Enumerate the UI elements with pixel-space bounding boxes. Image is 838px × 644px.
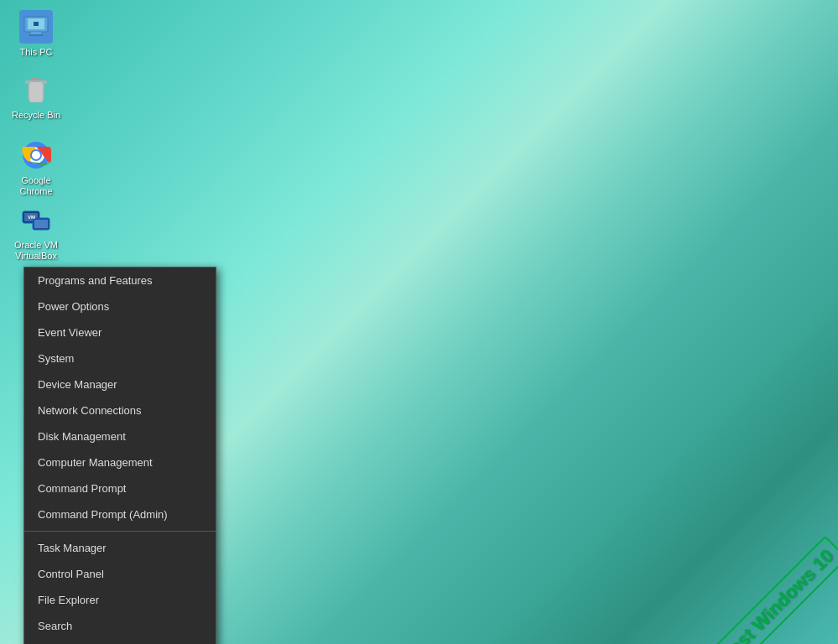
- watermark: Ghost Windows 10: [653, 460, 838, 644]
- chrome-label: Google Chrome: [10, 175, 62, 197]
- menu-separator-1: [24, 531, 216, 532]
- desktop: This PC Recycle Bin: [0, 0, 838, 644]
- svg-text:VM: VM: [28, 215, 35, 220]
- svg-rect-7: [32, 77, 40, 80]
- svg-rect-4: [34, 22, 39, 26]
- menu-item-control-panel[interactable]: Control Panel: [24, 561, 216, 587]
- menu-item-disk-management[interactable]: Disk Management: [24, 423, 216, 449]
- menu-item-system[interactable]: System: [24, 345, 216, 371]
- svg-rect-18: [34, 220, 48, 228]
- menu-item-run[interactable]: Run: [24, 639, 216, 644]
- virtualbox-label: Oracle VM VirtualBox: [10, 240, 62, 262]
- menu-item-command-prompt[interactable]: Command Prompt: [24, 475, 216, 501]
- desktop-icon-this-pc[interactable]: This PC: [7, 7, 65, 61]
- menu-item-file-explorer[interactable]: File Explorer: [24, 587, 216, 613]
- desktop-icon-chrome[interactable]: Google Chrome: [7, 135, 65, 200]
- svg-rect-3: [29, 34, 44, 36]
- this-pc-label: This PC: [19, 47, 52, 58]
- context-menu: Programs and Features Power Options Even…: [23, 267, 216, 644]
- menu-item-network-connections[interactable]: Network Connections: [24, 397, 216, 423]
- desktop-icon-virtualbox[interactable]: VM Oracle VM VirtualBox: [7, 200, 65, 265]
- desktop-icon-recycle-bin[interactable]: Recycle Bin: [7, 70, 65, 124]
- watermark-text: Ghost Windows 10: [697, 536, 838, 644]
- menu-item-power-options[interactable]: Power Options: [24, 293, 216, 319]
- menu-item-device-manager[interactable]: Device Manager: [24, 371, 216, 397]
- svg-rect-2: [31, 32, 41, 34]
- menu-item-event-viewer[interactable]: Event Viewer: [24, 319, 216, 345]
- menu-item-task-manager[interactable]: Task Manager: [24, 535, 216, 561]
- svg-point-14: [32, 151, 40, 159]
- menu-item-computer-management[interactable]: Computer Management: [24, 449, 216, 475]
- menu-item-command-prompt-admin[interactable]: Command Prompt (Admin): [24, 501, 216, 527]
- menu-item-search[interactable]: Search: [24, 613, 216, 639]
- menu-item-programs-features[interactable]: Programs and Features: [24, 267, 216, 293]
- recycle-bin-label: Recycle Bin: [12, 110, 60, 121]
